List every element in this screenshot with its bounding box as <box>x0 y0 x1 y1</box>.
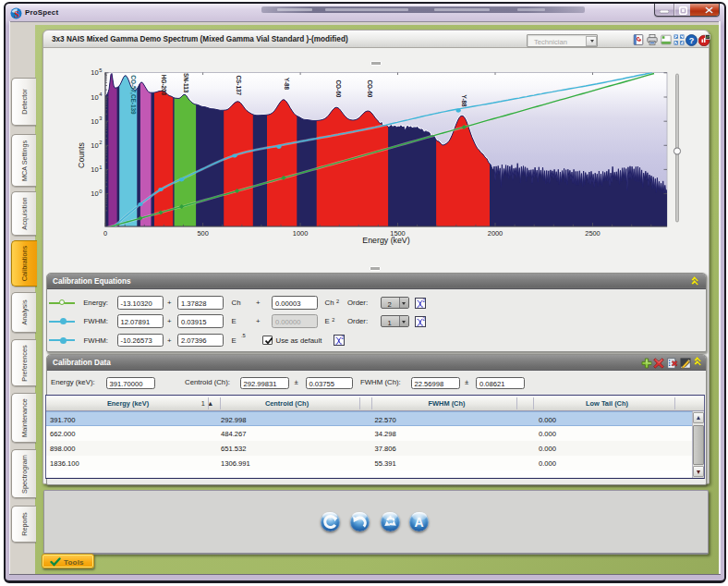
svg-text:Counts: Counts <box>77 141 86 167</box>
svg-text:100: 100 <box>91 189 102 198</box>
svg-text:1000: 1000 <box>293 229 308 238</box>
svg-text:Y-88: Y-88 <box>461 95 467 108</box>
svg-text:CS-137: CS-137 <box>236 75 242 95</box>
svg-text:CO-57,CE-139: CO-57,CE-139 <box>129 75 137 115</box>
svg-text:103: 103 <box>91 116 102 125</box>
svg-text:2: 2 <box>341 336 343 340</box>
svg-text:102: 102 <box>91 140 102 149</box>
svg-text:?: ? <box>689 35 695 44</box>
svg-text:500: 500 <box>197 229 208 238</box>
svg-text:CO-60: CO-60 <box>367 80 373 98</box>
svg-text:2000: 2000 <box>488 229 503 238</box>
svg-text:HG-203: HG-203 <box>161 75 167 96</box>
svg-text:SN-113: SN-113 <box>183 73 189 93</box>
svg-text:0: 0 <box>103 229 107 238</box>
svg-text:2500: 2500 <box>585 229 600 238</box>
svg-text:CO-60: CO-60 <box>335 80 342 98</box>
svg-text:104: 104 <box>91 92 103 101</box>
svg-text:A: A <box>414 514 423 529</box>
svg-text:2: 2 <box>422 299 424 303</box>
svg-text:101: 101 <box>91 165 102 174</box>
svg-text:Y-88: Y-88 <box>284 78 290 91</box>
svg-text:2: 2 <box>422 317 424 322</box>
svg-text:S: S <box>14 9 19 19</box>
svg-text:105: 105 <box>91 67 102 77</box>
svg-text:Energy (keV): Energy (keV) <box>362 236 409 245</box>
